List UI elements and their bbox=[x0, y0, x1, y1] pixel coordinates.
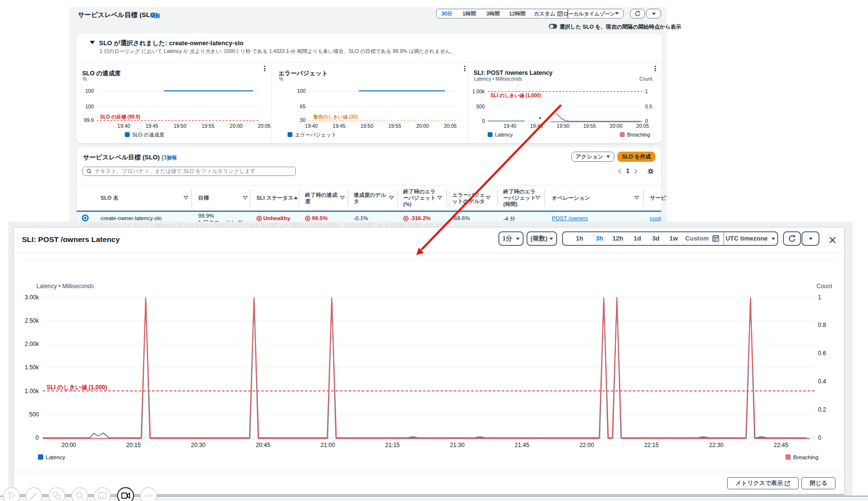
svg-text:Latency • Milliseconds: Latency • Milliseconds bbox=[474, 76, 522, 82]
svg-text:19:50: 19:50 bbox=[360, 123, 373, 129]
svg-text:21:00: 21:00 bbox=[321, 442, 335, 449]
svg-text:22:30: 22:30 bbox=[709, 442, 723, 449]
svg-text:22:45: 22:45 bbox=[774, 442, 788, 449]
svg-text:19:55: 19:55 bbox=[583, 123, 596, 129]
svg-text:19:40: 19:40 bbox=[118, 123, 130, 129]
svg-text:500: 500 bbox=[29, 411, 39, 418]
svg-text:20:00: 20:00 bbox=[416, 123, 429, 129]
svg-text:SLO の目標 (99.9): SLO の目標 (99.9) bbox=[100, 114, 140, 120]
svg-text:99.9: 99.9 bbox=[84, 117, 94, 123]
svg-text:65: 65 bbox=[300, 104, 306, 109]
svg-text:19:45: 19:45 bbox=[146, 123, 158, 129]
svg-text:20:30: 20:30 bbox=[191, 442, 205, 449]
svg-text:20:00: 20:00 bbox=[610, 123, 622, 129]
svg-text:SLO の達成度: SLO の達成度 bbox=[132, 132, 165, 138]
svg-text:21:15: 21:15 bbox=[385, 442, 400, 449]
svg-text:%: % bbox=[83, 76, 87, 82]
svg-text:Breaching: Breaching bbox=[627, 132, 650, 138]
svg-text:Count: Count bbox=[817, 283, 833, 290]
svg-text:19:45: 19:45 bbox=[333, 123, 345, 129]
svg-text:19:55: 19:55 bbox=[388, 123, 401, 129]
svg-text:20:05: 20:05 bbox=[444, 123, 457, 129]
svg-text:Breaching: Breaching bbox=[793, 454, 818, 460]
svg-text:Latency: Latency bbox=[46, 454, 66, 460]
svg-text:0: 0 bbox=[818, 434, 821, 441]
svg-text:1: 1 bbox=[645, 88, 648, 94]
svg-text:20:15: 20:15 bbox=[126, 442, 141, 449]
svg-text:Latency • Milliseconds: Latency • Milliseconds bbox=[36, 283, 94, 290]
svg-text:19:45: 19:45 bbox=[530, 123, 543, 129]
svg-text:警告のしきい値 (30): 警告のしきい値 (30) bbox=[313, 114, 358, 120]
svg-text:100: 100 bbox=[85, 104, 94, 109]
svg-text:20:45: 20:45 bbox=[255, 442, 270, 449]
svg-text:19:40: 19:40 bbox=[504, 123, 516, 129]
svg-text:19:50: 19:50 bbox=[173, 123, 186, 129]
svg-text:21:45: 21:45 bbox=[515, 442, 529, 449]
svg-text:500: 500 bbox=[476, 104, 485, 109]
svg-text:22:15: 22:15 bbox=[644, 442, 659, 449]
svg-text:0.8: 0.8 bbox=[818, 322, 826, 328]
svg-text:1.00k: 1.00k bbox=[25, 388, 39, 395]
svg-text:1.00k: 1.00k bbox=[472, 88, 485, 94]
svg-text:2.50k: 2.50k bbox=[25, 317, 39, 324]
svg-text:19:50: 19:50 bbox=[557, 123, 569, 129]
svg-text:20:05: 20:05 bbox=[636, 123, 649, 129]
svg-text:SLI のしきい値 (1,000): SLI のしきい値 (1,000) bbox=[47, 384, 107, 391]
svg-text:3.00k: 3.00k bbox=[25, 294, 39, 301]
svg-text:19:55: 19:55 bbox=[202, 123, 214, 129]
svg-text:0.6: 0.6 bbox=[818, 350, 826, 357]
svg-text:エラーバジェット: エラーバジェット bbox=[295, 132, 337, 138]
svg-text:21:30: 21:30 bbox=[450, 442, 464, 449]
svg-text:Count: Count bbox=[639, 76, 652, 82]
svg-text:1: 1 bbox=[818, 294, 821, 301]
svg-text:22:00: 22:00 bbox=[579, 442, 594, 449]
svg-text:1.50k: 1.50k bbox=[25, 364, 39, 371]
svg-text:20:00: 20:00 bbox=[61, 442, 76, 449]
svg-text:Latency: Latency bbox=[495, 132, 513, 138]
svg-text:0: 0 bbox=[35, 434, 39, 441]
svg-text:2.00k: 2.00k bbox=[25, 341, 39, 347]
svg-text:0.2: 0.2 bbox=[818, 406, 826, 413]
svg-text:100: 100 bbox=[297, 88, 306, 94]
svg-text:0.5: 0.5 bbox=[645, 104, 652, 109]
svg-text:SLI のしきい値 (1,000): SLI のしきい値 (1,000) bbox=[491, 93, 541, 98]
svg-text:%: % bbox=[279, 76, 283, 82]
svg-text:19:40: 19:40 bbox=[305, 123, 318, 129]
svg-text:0: 0 bbox=[482, 118, 485, 124]
svg-text:30: 30 bbox=[300, 117, 306, 123]
svg-text:100: 100 bbox=[85, 88, 94, 94]
svg-text:20:00: 20:00 bbox=[230, 123, 242, 129]
svg-text:20:05: 20:05 bbox=[258, 123, 271, 129]
svg-text:0.4: 0.4 bbox=[818, 378, 826, 385]
